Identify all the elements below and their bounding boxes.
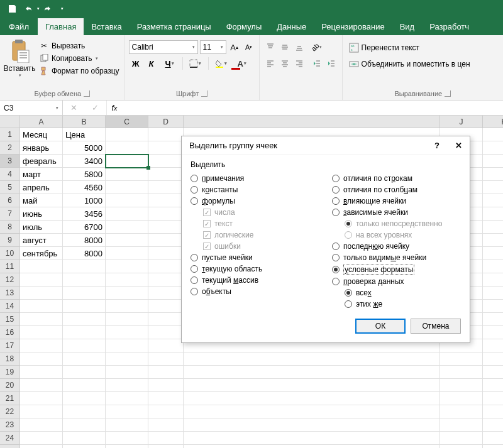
row-header-11[interactable]: 11 bbox=[0, 260, 20, 273]
name-box[interactable]: C3▾ bbox=[0, 101, 63, 115]
row-header-20[interactable]: 20 bbox=[0, 379, 20, 392]
row-header-4[interactable]: 4 bbox=[0, 168, 20, 181]
cell-D8[interactable] bbox=[148, 221, 184, 234]
cell-B23[interactable] bbox=[63, 418, 106, 432]
cell-C24[interactable] bbox=[106, 432, 148, 445]
row-header-13[interactable]: 13 bbox=[0, 287, 20, 300]
cell-gap-20[interactable] bbox=[184, 379, 440, 392]
cell-K8[interactable] bbox=[483, 221, 503, 234]
radio-visible-only[interactable]: только видимые ячейки bbox=[332, 252, 461, 263]
cell-C3[interactable] bbox=[106, 155, 148, 168]
cell-A4[interactable]: март bbox=[20, 168, 63, 181]
qat-customize-icon[interactable]: ▾ bbox=[61, 6, 64, 11]
row-header-25[interactable]: 25 bbox=[0, 445, 20, 448]
cell-J20[interactable] bbox=[440, 379, 483, 392]
cell-D25[interactable] bbox=[148, 445, 184, 448]
decrease-indent-icon[interactable] bbox=[310, 57, 324, 70]
cell-C18[interactable] bbox=[106, 352, 148, 366]
increase-indent-icon[interactable] bbox=[324, 57, 338, 70]
cell-D6[interactable] bbox=[148, 194, 184, 207]
row-header-17[interactable]: 17 bbox=[0, 339, 20, 352]
cell-B25[interactable] bbox=[63, 445, 106, 448]
cell-B9[interactable]: 8000 bbox=[63, 234, 106, 247]
cell-C23[interactable] bbox=[106, 418, 148, 432]
cell-D19[interactable] bbox=[148, 366, 184, 379]
redo-icon[interactable] bbox=[40, 2, 56, 16]
cell-K15[interactable] bbox=[483, 313, 503, 326]
cell-A24[interactable] bbox=[20, 432, 63, 445]
cell-K10[interactable] bbox=[483, 247, 503, 260]
cell-K4[interactable] bbox=[483, 168, 503, 181]
wrap-text-button[interactable]: abc Перенести текст bbox=[346, 40, 499, 55]
cell-K17[interactable] bbox=[483, 339, 503, 352]
cell-K11[interactable] bbox=[483, 260, 503, 273]
tab-view[interactable]: Вид bbox=[392, 18, 423, 35]
increase-font-icon[interactable]: A▴ bbox=[228, 40, 241, 54]
cell-gap-21[interactable] bbox=[184, 392, 440, 405]
cell-K14[interactable] bbox=[483, 300, 503, 313]
cell-D14[interactable] bbox=[148, 300, 184, 313]
cell-D2[interactable] bbox=[148, 141, 184, 155]
cell-C11[interactable] bbox=[106, 260, 148, 273]
copy-button[interactable]: Копировать▾ bbox=[38, 53, 121, 64]
row-header-5[interactable]: 5 bbox=[0, 181, 20, 194]
cell-A16[interactable] bbox=[20, 326, 63, 339]
italic-button[interactable]: К bbox=[145, 57, 158, 70]
cell-gap-18[interactable] bbox=[184, 352, 440, 366]
col-header-A[interactable]: A bbox=[20, 116, 63, 128]
cell-gap-22[interactable] bbox=[184, 405, 440, 418]
cell-C21[interactable] bbox=[106, 392, 148, 405]
row-header-19[interactable]: 19 bbox=[0, 366, 20, 379]
cell-A14[interactable] bbox=[20, 300, 63, 313]
row-header-7[interactable]: 7 bbox=[0, 207, 20, 221]
cell-D10[interactable] bbox=[148, 247, 184, 260]
cell-C16[interactable] bbox=[106, 326, 148, 339]
cell-B14[interactable] bbox=[63, 300, 106, 313]
cell-C1[interactable] bbox=[106, 128, 148, 141]
cell-D5[interactable] bbox=[148, 181, 184, 194]
cell-K16[interactable] bbox=[483, 326, 503, 339]
cell-K2[interactable] bbox=[483, 141, 503, 155]
tab-review[interactable]: Рецензирование bbox=[314, 18, 392, 35]
cell-D22[interactable] bbox=[148, 405, 184, 418]
accept-formula-icon[interactable]: ✓ bbox=[92, 103, 99, 112]
cell-K25[interactable] bbox=[483, 445, 503, 448]
cell-C14[interactable] bbox=[106, 300, 148, 313]
cell-gap-24[interactable] bbox=[184, 432, 440, 445]
col-header-K[interactable]: K bbox=[483, 116, 503, 128]
radio-precedents[interactable]: влияющие ячейки bbox=[332, 195, 461, 207]
cell-C9[interactable] bbox=[106, 234, 148, 247]
cell-K22[interactable] bbox=[483, 405, 503, 418]
cell-D7[interactable] bbox=[148, 207, 184, 221]
clipboard-launcher-icon[interactable] bbox=[84, 90, 90, 97]
cell-C12[interactable] bbox=[106, 273, 148, 287]
align-middle-icon[interactable] bbox=[278, 40, 292, 54]
cell-C5[interactable] bbox=[106, 181, 148, 194]
cell-C7[interactable] bbox=[106, 207, 148, 221]
row-header-14[interactable]: 14 bbox=[0, 300, 20, 313]
radio-constants[interactable]: константы bbox=[191, 184, 319, 195]
cell-C19[interactable] bbox=[106, 366, 148, 379]
cell-K20[interactable] bbox=[483, 379, 503, 392]
cell-A19[interactable] bbox=[20, 366, 63, 379]
cell-B19[interactable] bbox=[63, 366, 106, 379]
cell-D24[interactable] bbox=[148, 432, 184, 445]
cell-A12[interactable] bbox=[20, 273, 63, 287]
cell-D3[interactable] bbox=[148, 155, 184, 168]
paste-dropdown-icon[interactable]: ▾ bbox=[19, 73, 21, 78]
cell-A8[interactable]: июль bbox=[20, 221, 63, 234]
cell-K7[interactable] bbox=[483, 207, 503, 221]
row-header-16[interactable]: 16 bbox=[0, 326, 20, 339]
tab-page-layout[interactable]: Разметка страницы bbox=[130, 18, 219, 35]
cell-K9[interactable] bbox=[483, 234, 503, 247]
radio-current-region[interactable]: текущую область bbox=[191, 263, 319, 275]
cell-B10[interactable]: 8000 bbox=[63, 247, 106, 260]
alignment-launcher-icon[interactable] bbox=[445, 90, 451, 97]
cell-D20[interactable] bbox=[148, 379, 184, 392]
orientation-button[interactable]: ab▾ bbox=[310, 40, 324, 54]
cell-A5[interactable]: апрель bbox=[20, 181, 63, 194]
cell-C10[interactable] bbox=[106, 247, 148, 260]
merge-center-button[interactable]: Объединить и поместить в цен bbox=[346, 57, 499, 72]
cell-A13[interactable] bbox=[20, 287, 63, 300]
cell-K21[interactable] bbox=[483, 392, 503, 405]
